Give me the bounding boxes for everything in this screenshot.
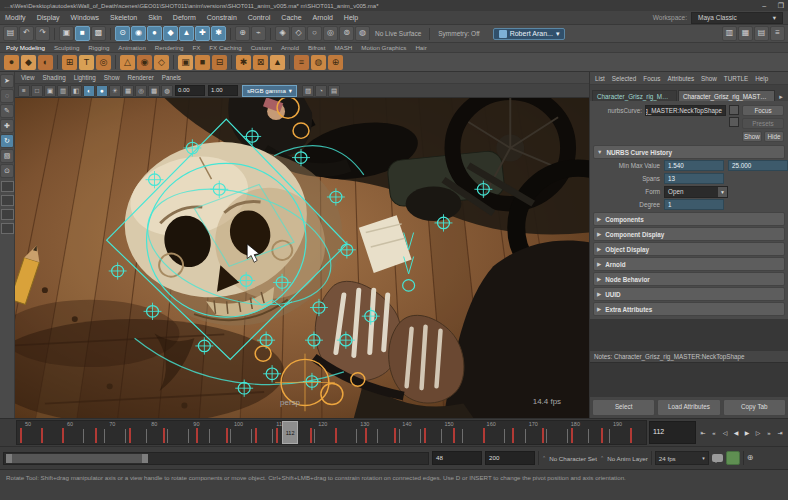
layout-four-pane-button[interactable] [1, 195, 14, 206]
pin-node-icon[interactable] [729, 105, 739, 115]
keyframe-tick[interactable] [226, 428, 228, 443]
poly-sphere-icon[interactable]: ● [4, 55, 19, 70]
occlusion-icon[interactable]: ◎ [135, 85, 147, 97]
snap-curve-icon[interactable]: ◇ [291, 26, 306, 41]
menu-help[interactable]: Help [344, 14, 358, 21]
select-by-hierarchy-icon[interactable]: ▣ [59, 26, 74, 41]
panel-menu-shading[interactable]: Shading [43, 74, 66, 81]
paint-select-tool[interactable]: ✎ [0, 104, 14, 118]
current-frame-marker[interactable]: 112 [282, 421, 298, 444]
rotate-tool[interactable]: ↻ [0, 134, 14, 148]
mask-misc-icon[interactable]: ✱ [211, 26, 226, 41]
step-forward-key-button[interactable]: » [764, 427, 774, 439]
ae-menu-help[interactable]: Help [755, 75, 768, 82]
select-by-object-icon[interactable]: ■ [75, 26, 90, 41]
step-forward-frame-button[interactable]: ▷ [753, 427, 763, 439]
maximize-button[interactable]: ❐ [778, 2, 784, 9]
channel-box-toggle-icon[interactable]: ≡ [770, 26, 785, 41]
node-name-field[interactable]: s_rig_MASTER:NeckTopShape [645, 105, 726, 116]
ae-menu-focus[interactable]: Focus [643, 75, 660, 82]
presets-button[interactable]: Presets [742, 118, 784, 129]
menu-cache[interactable]: Cache [281, 14, 301, 21]
ae-menu-turtle[interactable]: TURTLE [724, 75, 748, 82]
bevel-icon[interactable]: ■ [195, 55, 210, 70]
field-chart-icon[interactable]: ◧ [70, 85, 82, 97]
play-forwards-button[interactable]: ▶ [742, 427, 752, 439]
comment-bubble-icon[interactable] [712, 454, 723, 462]
sculpt-icon[interactable]: ◉ [137, 55, 152, 70]
step-back-key-button[interactable]: « [709, 427, 719, 439]
mirror-icon[interactable]: ▲ [270, 55, 285, 70]
shelf-tab-fx-caching[interactable]: FX Caching [209, 44, 241, 51]
motion-blur-icon[interactable]: ▩ [148, 85, 160, 97]
section-nurbs-curve-history[interactable]: ▼ NURBS Curve History [593, 145, 785, 159]
workspace-dropdown[interactable]: Maya Classic ▾ [691, 12, 783, 24]
play-backwards-button[interactable]: ◀ [731, 427, 741, 439]
attribute-editor-toggle-icon[interactable]: ▤ [754, 26, 769, 41]
multi-cut-icon[interactable]: ✱ [236, 55, 251, 70]
move-tool[interactable]: ✚ [0, 119, 14, 133]
shelf-tab-rigging[interactable]: Rigging [88, 44, 109, 51]
platonic-icon[interactable]: △ [120, 55, 135, 70]
extrude-icon[interactable]: ▣ [178, 55, 193, 70]
copy-tab-button[interactable]: Copy Tab [723, 399, 786, 416]
layout-outliner-button[interactable] [1, 223, 14, 234]
keyframe-tick[interactable] [483, 428, 485, 443]
snap-point-icon[interactable]: ○ [307, 26, 322, 41]
poly-torus-icon[interactable]: ◎ [96, 55, 111, 70]
keyframe-tick[interactable] [163, 428, 165, 443]
section-node-behavior[interactable]: ▶Node Behavior [593, 272, 785, 286]
select-by-component-icon[interactable]: ▩ [91, 26, 106, 41]
highlight-selection-icon[interactable]: ⌁ [251, 26, 266, 41]
range-end-field[interactable]: 200 [485, 451, 535, 465]
textured-icon[interactable]: ● [96, 85, 108, 97]
keyframe-tick[interactable] [453, 428, 455, 443]
shelf-tab-fx[interactable]: FX [192, 44, 200, 51]
form-dropdown[interactable]: Open ▼ [664, 186, 728, 198]
notes-field[interactable] [590, 362, 788, 397]
bridge-icon[interactable]: ⊟ [212, 55, 227, 70]
poly-cylinder-icon[interactable]: ◐ [38, 55, 53, 70]
keyframe-tick[interactable] [571, 428, 573, 443]
spans-field[interactable]: 13 [664, 173, 724, 184]
keyframe-tick[interactable] [41, 428, 43, 443]
scene-menu-icon[interactable]: ▤ [3, 26, 18, 41]
shaded-icon[interactable]: ◐ [83, 85, 95, 97]
target-weld-icon[interactable]: ⊠ [253, 55, 268, 70]
keyframe-tick[interactable] [630, 428, 632, 443]
time-slider[interactable]: 5060708090100110120130140150160170180190… [16, 420, 647, 445]
gate-mask-icon[interactable]: ▥ [57, 85, 69, 97]
layout-single-pane-button[interactable] [1, 181, 14, 192]
keyframe-tick[interactable] [62, 428, 64, 443]
range-slider-active-range[interactable] [6, 454, 148, 463]
menu-constrain[interactable]: Constrain [207, 14, 237, 21]
node-list-icon[interactable] [729, 117, 739, 127]
go-to-end-button[interactable]: ⇥ [775, 427, 785, 439]
shelf-tab-sculpting[interactable]: Sculpting [54, 44, 79, 51]
select-tool[interactable]: ➤ [0, 74, 14, 88]
go-to-start-button[interactable]: ⇤ [698, 427, 708, 439]
snap-view-plane-icon[interactable]: ⊚ [339, 26, 354, 41]
shadows-icon[interactable]: ▦ [122, 85, 134, 97]
viewport-canvas[interactable]: persp 14.4 fps [15, 98, 589, 418]
lights-icon[interactable]: ☀ [109, 85, 121, 97]
panel-menu-show[interactable]: Show [104, 74, 120, 81]
shelf-tab-motion-graphics[interactable]: Motion Graphics [361, 44, 406, 51]
shelf-tab-animation[interactable]: Animation [118, 44, 146, 51]
shelf-tab-hair[interactable]: Hair [415, 44, 426, 51]
focus-button[interactable]: Focus [742, 105, 784, 116]
mask-surfaces-icon[interactable]: ◆ [163, 26, 178, 41]
range-end-handle[interactable] [142, 454, 148, 463]
range-slider[interactable] [3, 452, 429, 465]
keyframe-tick[interactable] [129, 428, 131, 443]
shelf-tab-bifrost[interactable]: Bifrost [308, 44, 326, 51]
resolution-gate-icon[interactable]: ▣ [44, 85, 56, 97]
fps-dropdown[interactable]: 24 fps ▾ [655, 451, 709, 465]
keyframe-tick[interactable] [601, 428, 603, 443]
auto-key-toggle[interactable] [726, 451, 740, 465]
keyframe-tick[interactable] [276, 428, 278, 443]
last-tool[interactable]: ⊙ [0, 164, 14, 178]
max-value-field[interactable]: 25.000 [728, 160, 788, 171]
undo-icon[interactable]: ↶ [19, 26, 34, 41]
make-live-icon[interactable]: ◍ [355, 26, 370, 41]
